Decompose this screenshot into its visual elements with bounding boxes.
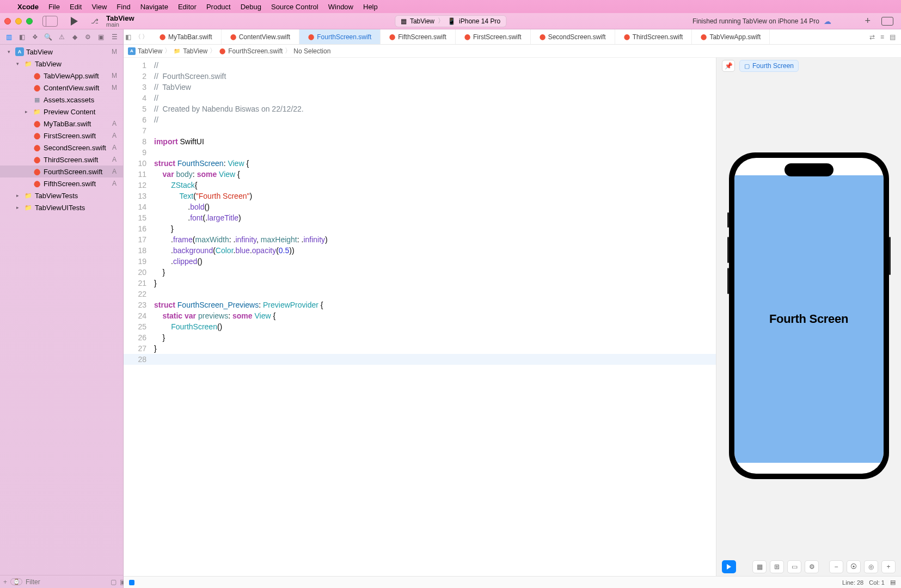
toggle-navigator-button[interactable] — [42, 16, 58, 27]
code-content[interactable] — [154, 147, 716, 158]
app-name[interactable]: Xcode — [17, 3, 39, 11]
preview-selector[interactable]: ▢ Fourth Screen — [739, 60, 799, 72]
code-content[interactable]: // FourthScreen.swift — [154, 71, 716, 82]
issue-navigator-icon[interactable]: ⚠ — [57, 33, 66, 41]
device-settings-button[interactable]: ▭ — [787, 560, 801, 573]
add-editor-button[interactable]: + — [865, 15, 871, 27]
menu-window[interactable]: Window — [328, 3, 353, 11]
code-content[interactable]: var body: some View { — [154, 169, 716, 180]
code-content[interactable]: .font(.largeTitle) — [154, 212, 716, 223]
disclosure-icon[interactable]: ▸ — [25, 109, 30, 114]
code-line[interactable]: 8import SwiftUI — [124, 136, 716, 147]
cloud-icon[interactable]: ☁︎ — [824, 17, 831, 26]
code-content[interactable] — [154, 125, 716, 136]
code-content[interactable] — [154, 289, 716, 299]
code-line[interactable]: 24 static var previews: some View { — [124, 310, 716, 321]
code-line[interactable]: 26 } — [124, 332, 716, 343]
tree-row-secondscreen-swift[interactable]: ⬤SecondScreen.swiftA — [0, 142, 123, 154]
code-line[interactable]: 25 FourthScreen() — [124, 321, 716, 332]
minimap-toggle-icon[interactable]: ▤ — [890, 579, 896, 586]
code-content[interactable]: // Created by Nabendu Biswas on 22/12/22… — [154, 103, 716, 114]
code-line[interactable]: 6// — [124, 114, 716, 125]
code-content[interactable]: .frame(maxWidth: .infinity, maxHeight: .… — [154, 234, 716, 245]
menu-file[interactable]: File — [48, 3, 60, 11]
tab-mytabbar-swift[interactable]: ⬤MyTabBar.swift — [151, 29, 222, 44]
tab-secondscreen-swift[interactable]: ⬤SecondScreen.swift — [531, 29, 615, 44]
tab-contentview-swift[interactable]: ⬤ContentView.swift — [222, 29, 300, 44]
code-content[interactable]: import SwiftUI — [154, 136, 716, 147]
project-navigator-icon[interactable]: ▥ — [4, 33, 13, 41]
code-content[interactable]: } — [154, 223, 716, 234]
code-content[interactable]: .clipped() — [154, 256, 716, 267]
code-line[interactable]: 7 — [124, 125, 716, 136]
code-editor[interactable]: 1//2// FourthScreen.swift3// TabView4//5… — [124, 58, 716, 576]
test-navigator-icon[interactable]: ◆ — [70, 33, 79, 41]
zoom-out-button[interactable]: − — [829, 560, 843, 573]
tab-fourthscreen-swift[interactable]: ⬤FourthScreen.swift — [299, 29, 381, 44]
code-content[interactable]: struct FourthScreen: View { — [154, 158, 716, 169]
find-navigator-icon[interactable]: 🔍 — [44, 33, 53, 41]
code-content[interactable]: FourthScreen() — [154, 321, 716, 332]
tab-firstscreen-swift[interactable]: ⬤FirstScreen.swift — [456, 29, 531, 44]
code-content[interactable]: } — [154, 278, 716, 289]
menu-edit[interactable]: Edit — [70, 3, 82, 11]
code-line[interactable]: 21} — [124, 278, 716, 289]
code-content[interactable]: // — [154, 114, 716, 125]
code-line[interactable]: 23struct FourthScreen_Previews: PreviewP… — [124, 299, 716, 310]
jump-file[interactable]: FourthScreen.swift — [228, 47, 283, 55]
pin-preview-button[interactable]: 📌 — [722, 60, 735, 72]
code-line[interactable]: 16 } — [124, 223, 716, 234]
menu-find[interactable]: Find — [117, 3, 130, 11]
code-line[interactable]: 2// FourthScreen.swift — [124, 71, 716, 82]
code-line[interactable]: 28 — [124, 354, 716, 365]
code-line[interactable]: 15 .font(.largeTitle) — [124, 212, 716, 223]
jump-folder[interactable]: TabView — [183, 47, 207, 55]
menu-debug[interactable]: Debug — [241, 3, 261, 11]
project-tree[interactable]: ▾ATabViewM▾📁TabView⬤TabViewApp.swiftM⬤Co… — [0, 45, 123, 575]
disclosure-icon[interactable]: ▾ — [16, 61, 22, 66]
zoom-actual-button[interactable]: ⦿ — [847, 560, 861, 573]
code-content[interactable]: .bold() — [154, 201, 716, 212]
tree-row-tabview[interactable]: ▾📁TabView — [0, 58, 123, 70]
tab-tabviewapp-swift[interactable]: ⬤TabViewApp.swift — [692, 29, 770, 44]
tree-row-tabviewtests[interactable]: ▸📁TabViewTests — [0, 189, 123, 201]
tree-row-tabview[interactable]: ▾ATabViewM — [0, 46, 123, 58]
recent-filter-icon[interactable]: ⌚ — [10, 578, 22, 585]
code-line[interactable]: 10struct FourthScreen: View { — [124, 158, 716, 169]
tree-row-firstscreen-swift[interactable]: ⬤FirstScreen.swiftA — [0, 130, 123, 142]
code-line[interactable]: 22 — [124, 289, 716, 299]
code-content[interactable]: struct FourthScreen_Previews: PreviewPro… — [154, 299, 716, 310]
code-line[interactable]: 14 .bold() — [124, 201, 716, 212]
related-items-button[interactable]: ◧ — [124, 29, 132, 44]
live-preview-button[interactable] — [722, 560, 736, 573]
menu-editor[interactable]: Editor — [178, 3, 197, 11]
code-content[interactable]: Text("Fourth Screen") — [154, 191, 716, 201]
code-line[interactable]: 3// TabView — [124, 82, 716, 93]
code-content[interactable]: } — [154, 332, 716, 343]
jump-selection[interactable]: No Selection — [293, 47, 330, 55]
library-button[interactable] — [881, 17, 893, 26]
disclosure-icon[interactable]: ▾ — [8, 49, 13, 54]
code-content[interactable]: // — [154, 93, 716, 103]
filter-input[interactable] — [26, 578, 107, 586]
source-control-navigator-icon[interactable]: ◧ — [17, 33, 26, 41]
menu-view[interactable]: View — [91, 3, 107, 11]
menu-navigate[interactable]: Navigate — [140, 3, 168, 11]
scm-filter-icon[interactable]: ▢ — [111, 578, 117, 586]
tree-row-tabviewuitests[interactable]: ▸📁TabViewUITests — [0, 201, 123, 213]
symbol-navigator-icon[interactable]: ❖ — [31, 33, 40, 41]
macos-menubar[interactable]: Xcode File Edit View Find Navigate Edito… — [0, 0, 901, 13]
disclosure-icon[interactable]: ▸ — [16, 205, 22, 210]
code-content[interactable]: .background(Color.blue.opacity(0.5)) — [154, 245, 716, 256]
jump-proj[interactable]: TabView — [138, 47, 162, 55]
scheme-selector[interactable]: ▦ TabView 〉 📱 iPhone 14 Pro — [395, 15, 506, 27]
run-button[interactable] — [71, 17, 78, 26]
code-line[interactable]: 13 Text("Fourth Screen") — [124, 191, 716, 201]
zoom-window-button[interactable] — [26, 18, 33, 24]
tree-row-thirdscreen-swift[interactable]: ⬤ThirdScreen.swiftA — [0, 154, 123, 166]
menu-help[interactable]: Help — [363, 3, 378, 11]
zoom-fit-button[interactable]: ◎ — [864, 560, 878, 573]
minimize-window-button[interactable] — [15, 18, 22, 24]
jump-bar[interactable]: ATabView 〉 📁TabView 〉 ⬤FourthScreen.swif… — [124, 45, 901, 58]
forward-button[interactable]: 〉 — [142, 33, 148, 41]
